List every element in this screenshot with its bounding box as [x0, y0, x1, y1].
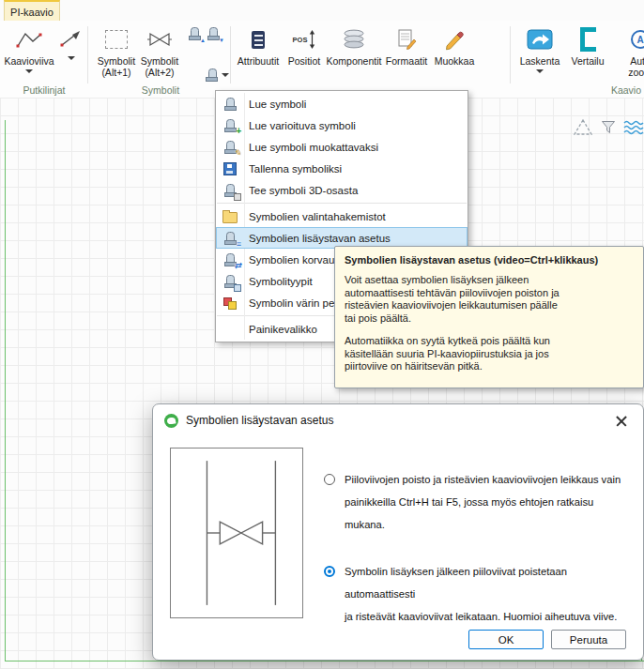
valve-preview-image — [170, 448, 303, 618]
dialog-options: Piiloviivojen poisto ja risteävien kaavi… — [324, 468, 636, 652]
stamp-down-icon — [207, 27, 220, 40]
attribuutit-button[interactable]: Attribuutit — [235, 23, 282, 83]
positiot-label: Positiot — [288, 55, 320, 67]
radio-option-label: Piiloviivojen poisto ja risteävien kaavi… — [345, 474, 621, 530]
formaatit-label: Formaatit — [386, 55, 427, 67]
group-separator — [87, 26, 88, 84]
symbol-tool-button-1[interactable] — [186, 24, 203, 43]
diagram-line-icon — [15, 25, 43, 53]
line-arrow-icon — [59, 25, 84, 53]
chevron-down-icon — [25, 69, 33, 73]
tooltip-paragraph-2: Automatiikka on syytä kytkeä pois päältä… — [345, 335, 634, 373]
muokkaa-button[interactable]: Muokkaa — [432, 23, 477, 83]
menu-item-label: Symbolien lisäystavan asetus — [249, 233, 391, 244]
symbol-settings-dialog: Symbolien lisäystavan asetus Piiloviivoj… — [152, 403, 644, 661]
dialog-title: Symbolien lisäystavan asetus — [186, 414, 333, 427]
dialog-button-row: OK Peruuta — [468, 630, 626, 649]
komponentit-button[interactable]: Komponentit — [327, 23, 381, 83]
menu-item-symbolien-valintahakemistot[interactable]: Symbolien valintahakemistot — [216, 205, 468, 227]
radio-icon[interactable] — [324, 474, 335, 485]
attributes-icon — [252, 25, 265, 53]
radio-option-manual[interactable]: Piiloviivojen poisto ja risteävien kaavi… — [324, 468, 636, 536]
laskenta-button[interactable]: Laskenta — [516, 23, 563, 83]
muokkaa-label: Muokkaa — [435, 55, 475, 67]
compare-icon — [580, 25, 596, 53]
valve-symbol-icon — [147, 25, 172, 53]
vertailu-label: Vertailu — [571, 55, 604, 67]
ribbon-group-symbolit: Symbolit (Alt+1) Symbolit (Alt+2) Symbol… — [90, 21, 231, 97]
formaatit-button[interactable]: Formaatit — [383, 23, 430, 83]
position-icon: POS — [293, 25, 316, 53]
ribbon-group-kaavio: Laskenta Vertailu A Auto zoom Kaavio — [513, 21, 644, 97]
menu-item-label: Tee symboli 3D-osasta — [249, 185, 358, 196]
autozoom-label: Auto zoom — [628, 55, 644, 78]
zoom-a-icon: A — [631, 25, 644, 53]
kaavioviiva-label: Kaavioviiva — [4, 55, 54, 67]
folder-icon — [222, 209, 238, 224]
group-label-symbolit: Symbolit — [90, 84, 231, 96]
pencil-icon — [443, 25, 466, 53]
waves-tool-icon[interactable] — [623, 119, 644, 136]
tooltip-paragraph-1: Voit asettaa symbolien lisäyksen jälkeen… — [345, 274, 634, 325]
document-pencil-icon — [396, 25, 417, 53]
line-arrow-button[interactable] — [57, 23, 85, 83]
close-icon[interactable] — [613, 413, 630, 430]
menu-separator — [217, 203, 467, 204]
cancel-button[interactable]: Peruuta — [551, 630, 626, 649]
menu-item-label: Tallenna symboliksi — [249, 163, 342, 175]
group-label-kaavio: Kaavio — [593, 84, 644, 96]
symbol-tool-button-2[interactable] — [205, 24, 222, 43]
database-icon — [342, 25, 366, 53]
filter-tool-icon[interactable] — [601, 120, 616, 135]
tooltip-title: Symbolien lisäystavan asetus (video=Ctrl… — [345, 254, 634, 266]
autozoom-button[interactable]: A Auto zoom — [612, 23, 644, 83]
stamp-plus-icon — [222, 118, 238, 133]
radio-option-automatic[interactable]: Symbolin lisäyksen jälkeen piiloviivat p… — [324, 560, 636, 628]
radio-option-label: Symbolin lisäyksen jälkeen piiloviivat p… — [345, 566, 617, 622]
menu-item-lue-varioituva-symboli[interactable]: Lue varioituva symboli — [216, 114, 468, 136]
ok-button[interactable]: OK — [468, 630, 544, 649]
kaavioviiva-button[interactable]: Kaavioviiva — [3, 23, 55, 83]
sheet-border-left — [5, 120, 6, 661]
ribbon-group-putkilinjat: Kaavioviiva Putkilinjat — [0, 21, 88, 97]
symbolit-alt1-button[interactable]: Symbolit (Alt+1) — [96, 23, 137, 83]
calc-arrow-icon — [527, 25, 553, 53]
tab-pi-kaavio[interactable]: PI-kaavio — [4, 0, 60, 22]
komponentit-label: Komponentit — [327, 55, 382, 67]
symbolit-alt1-label: Symbolit (Alt+1) — [98, 55, 135, 78]
menu-item-tooltip: Symbolien lisäystavan asetus (video=Ctrl… — [334, 246, 644, 388]
chevron-down-icon — [222, 73, 229, 77]
color-swatch-icon — [222, 296, 238, 311]
triangle-tool-icon[interactable] — [573, 118, 593, 137]
stamp-settings-icon — [222, 231, 238, 246]
blank-icon — [222, 322, 238, 337]
stamp-icon — [206, 68, 219, 82]
attribuutit-label: Attribuutit — [238, 55, 279, 67]
dialog-app-icon — [164, 414, 178, 428]
menu-item-tallenna-symboliksi[interactable]: Tallenna symboliksi — [216, 158, 468, 179]
sheet-border-bottom — [5, 661, 644, 661]
stamp-types-icon — [222, 274, 238, 289]
positiot-button[interactable]: POS Positiot — [284, 23, 325, 83]
symbolit-alt2-button[interactable]: Symbolit (Alt+2) — [139, 23, 180, 83]
save-icon — [222, 161, 238, 176]
menu-item-lue-symboli-muokattavaksi[interactable]: Lue symboli muokattavaksi — [216, 136, 468, 158]
menu-item-label: Symbolien valintahakemistot — [249, 211, 386, 222]
menu-item-label: Lue symboli muokattavaksi — [249, 142, 378, 153]
menu-item-tee-symboli-3d-osasta[interactable]: Tee symboli 3D-osasta — [216, 179, 468, 201]
dialog-title-bar[interactable]: Symbolien lisäystavan asetus — [153, 404, 643, 436]
stamp-replace-icon — [222, 252, 238, 267]
menu-item-label: Symbolityypit — [249, 276, 313, 287]
dashed-box-icon — [105, 25, 128, 53]
canvas-toolbar — [573, 118, 644, 137]
menu-item-label: Symbolin värin periy — [249, 297, 346, 309]
stamp-3d-icon — [222, 183, 238, 198]
menu-item-lue-symboli[interactable]: Lue symboli — [216, 93, 468, 114]
radio-icon[interactable] — [324, 566, 335, 577]
vertailu-button[interactable]: Vertailu — [567, 23, 608, 83]
group-separator — [510, 26, 511, 84]
symbol-menu-dropdown-button[interactable] — [205, 66, 229, 84]
stamp-icon — [222, 97, 238, 112]
chevron-down-icon — [536, 69, 544, 73]
stamp-edit-icon — [222, 140, 238, 155]
